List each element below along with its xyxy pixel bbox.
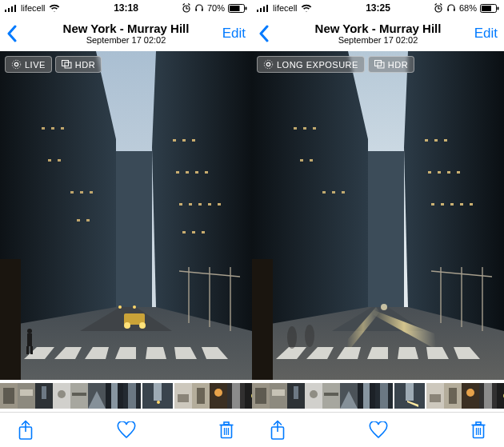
thumbnail[interactable] [497, 383, 504, 409]
thumbnail[interactable] [88, 383, 106, 409]
svg-rect-22 [116, 151, 152, 307]
thumbnail-strip[interactable] [252, 380, 504, 412]
svg-rect-179 [406, 383, 414, 401]
svg-point-62 [14, 62, 18, 66]
thumbnail[interactable] [0, 383, 18, 409]
wifi-icon [49, 4, 60, 12]
hdr-badge-label: HDR [388, 60, 408, 70]
svg-rect-135 [342, 191, 345, 194]
thumbnail[interactable] [462, 383, 479, 409]
page-subtitle: September 17 02:02 [86, 35, 166, 46]
bottom-toolbar [0, 412, 252, 447]
status-bar: lifecell 13:18 70% [0, 0, 252, 16]
thumbnail[interactable] [210, 383, 227, 409]
svg-rect-112 [482, 6, 491, 11]
thumbnail[interactable] [340, 383, 358, 409]
thumbnail[interactable] [245, 383, 252, 409]
thumbnail[interactable] [270, 383, 287, 409]
svg-rect-93 [232, 383, 240, 409]
thumbnail-strip[interactable] [0, 380, 252, 412]
svg-rect-29 [70, 191, 74, 194]
thumbnail[interactable] [375, 383, 393, 409]
favorite-button[interactable] [369, 421, 388, 439]
favorite-button[interactable] [117, 421, 136, 439]
thumbnail[interactable] [35, 383, 53, 409]
edit-button[interactable]: Edit [222, 26, 246, 42]
alarm-icon [434, 3, 443, 13]
hdr-badge[interactable]: HDR [368, 56, 414, 73]
svg-marker-17 [146, 347, 166, 359]
thumbnail[interactable] [123, 383, 141, 409]
svg-rect-34 [173, 139, 176, 142]
svg-rect-126 [368, 151, 404, 307]
trash-button[interactable] [218, 421, 234, 440]
svg-rect-31 [90, 191, 93, 194]
share-button[interactable] [18, 420, 34, 441]
battery-percent: 68% [459, 3, 477, 13]
page-subtitle: September 17 02:02 [338, 35, 418, 46]
svg-rect-37 [176, 171, 179, 174]
svg-point-150 [381, 304, 387, 310]
headphones-icon [194, 3, 204, 13]
svg-rect-138 [444, 139, 447, 142]
svg-rect-142 [457, 171, 460, 174]
svg-marker-21 [152, 51, 252, 331]
svg-point-152 [305, 325, 314, 347]
svg-rect-57 [30, 346, 33, 354]
thumbnail-selected[interactable] [141, 383, 174, 409]
live-badge[interactable]: LIVE [5, 56, 52, 73]
thumbnail[interactable] [252, 383, 270, 409]
back-button[interactable] [258, 25, 270, 42]
svg-rect-48 [202, 231, 205, 233]
thumbnail[interactable] [287, 383, 305, 409]
hdr-badge[interactable]: HDR [55, 56, 102, 73]
longexposure-badge[interactable]: LONG EXPOSURE [257, 56, 365, 73]
svg-rect-127 [252, 259, 273, 380]
thumbnail[interactable] [18, 383, 35, 409]
page-title: New York - Murray Hill [315, 22, 442, 35]
thumbnail-selected[interactable] [393, 383, 426, 409]
svg-rect-0 [5, 10, 6, 12]
svg-rect-188 [484, 383, 492, 409]
svg-rect-166 [294, 386, 298, 399]
thumbnail[interactable] [227, 383, 245, 409]
svg-rect-24 [42, 127, 45, 130]
svg-rect-41 [179, 203, 182, 206]
thumbnail[interactable] [192, 383, 210, 409]
thumbnail[interactable] [322, 383, 340, 409]
thumbnail[interactable] [53, 383, 70, 409]
svg-point-91 [214, 389, 222, 397]
thumbnail[interactable] [426, 383, 444, 409]
thumbnail[interactable] [479, 383, 497, 409]
signal-icon [257, 4, 270, 12]
photo-viewport[interactable]: LONG EXPOSURE HDR [252, 51, 504, 380]
trash-button[interactable] [470, 421, 486, 440]
photo-viewport[interactable]: LIVE HDR [0, 51, 252, 380]
svg-rect-67 [3, 388, 14, 404]
svg-rect-46 [182, 231, 186, 233]
thumbnail[interactable] [174, 383, 192, 409]
edit-button[interactable]: Edit [474, 26, 498, 42]
svg-rect-136 [425, 139, 428, 142]
svg-rect-140 [438, 171, 441, 174]
svg-rect-94 [245, 383, 252, 409]
share-button[interactable] [270, 420, 286, 441]
svg-point-53 [133, 305, 136, 309]
svg-rect-128 [294, 127, 297, 130]
svg-rect-38 [186, 171, 189, 174]
svg-point-158 [264, 60, 272, 68]
carrier-label: lifecell [21, 3, 46, 13]
livephoto-icon [11, 59, 22, 70]
screen-live: lifecell 13:18 70% [0, 0, 252, 447]
thumbnail[interactable] [305, 383, 322, 409]
alarm-icon [182, 3, 191, 13]
thumbnail[interactable] [106, 383, 123, 409]
svg-point-73 [58, 390, 66, 398]
svg-rect-134 [332, 191, 335, 194]
back-button[interactable] [6, 25, 18, 42]
thumbnail[interactable] [358, 383, 375, 409]
thumbnail[interactable] [444, 383, 462, 409]
svg-rect-141 [447, 171, 450, 174]
svg-rect-144 [441, 203, 444, 206]
thumbnail[interactable] [70, 383, 88, 409]
